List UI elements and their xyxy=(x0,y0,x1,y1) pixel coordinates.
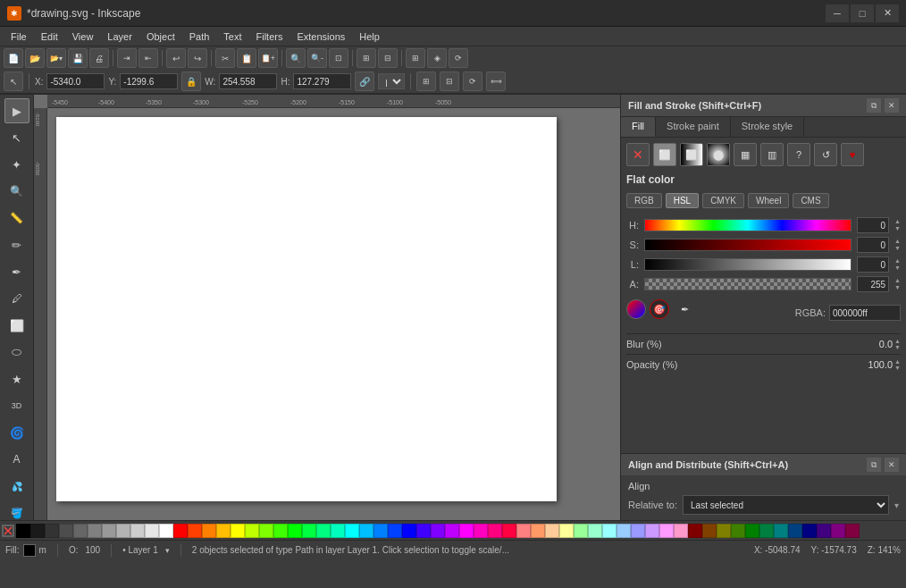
palette-swatch[interactable] xyxy=(188,524,202,538)
ellipse-tool[interactable]: ⬭ xyxy=(4,340,29,365)
lock-ratio-btn[interactable]: 🔗 xyxy=(355,71,374,91)
fill-unknown-btn[interactable]: ? xyxy=(787,143,810,166)
relative-select[interactable]: Last selected First selected Biggest obj… xyxy=(683,495,889,515)
print-button[interactable]: 🖨 xyxy=(89,48,109,68)
palette-swatch[interactable] xyxy=(259,524,273,538)
fill-tool[interactable]: 🪣 xyxy=(4,500,29,520)
tab-stroke-paint[interactable]: Stroke paint xyxy=(656,117,731,137)
pencil-tool[interactable]: ✏ xyxy=(4,232,29,257)
fill-flat-btn[interactable]: ⬜ xyxy=(653,143,676,166)
palette-swatch[interactable] xyxy=(102,524,116,538)
fill-unset-btn[interactable]: ↺ xyxy=(814,143,837,166)
maximize-button[interactable]: □ xyxy=(851,4,874,22)
h-input[interactable] xyxy=(293,73,351,89)
palette-swatch[interactable] xyxy=(30,524,45,538)
tab-stroke-style[interactable]: Stroke style xyxy=(731,117,804,137)
palette-swatch[interactable] xyxy=(545,524,559,538)
palette-swatch[interactable] xyxy=(159,524,173,538)
s-slider-track[interactable] xyxy=(644,239,851,251)
spiral-tool[interactable]: 🌀 xyxy=(4,420,29,445)
menu-help[interactable]: Help xyxy=(352,29,387,44)
palette-swatch[interactable] xyxy=(845,524,860,538)
palette-swatch[interactable] xyxy=(45,524,59,538)
palette-swatch[interactable] xyxy=(316,524,331,538)
a-arrows[interactable]: ▲▼ xyxy=(894,277,901,291)
blur-arrows[interactable]: ▲ ▼ xyxy=(894,338,901,350)
palette-swatch[interactable] xyxy=(459,524,474,538)
fill-none-btn[interactable]: ✕ xyxy=(626,143,650,166)
mode-hsl[interactable]: HSL xyxy=(666,193,699,208)
palette-swatch[interactable] xyxy=(173,524,188,538)
palette-swatch[interactable] xyxy=(516,524,531,538)
palette-swatch[interactable] xyxy=(73,524,88,538)
palette-swatch[interactable] xyxy=(445,524,459,538)
palette-swatch[interactable] xyxy=(759,524,774,538)
x-input[interactable] xyxy=(46,73,105,89)
new-button[interactable]: 📄 xyxy=(4,48,23,68)
fill-mesh-btn[interactable]: ▦ xyxy=(734,143,757,166)
align-float-btn[interactable]: ⧉ xyxy=(867,458,881,472)
panel-float-btn[interactable]: ⧉ xyxy=(867,98,881,113)
palette-swatch[interactable] xyxy=(731,524,745,538)
measure-tool[interactable]: 📏 xyxy=(4,206,29,231)
star-tool[interactable]: ★ xyxy=(4,366,29,391)
palette-swatch[interactable] xyxy=(359,524,373,538)
open-button[interactable]: 📂 xyxy=(25,48,45,68)
tweak-tool[interactable]: ✦ xyxy=(4,152,29,177)
rect-tool[interactable]: ⬜ xyxy=(4,313,29,338)
copy-button[interactable]: 📋 xyxy=(237,48,256,68)
menu-edit[interactable]: Edit xyxy=(34,29,65,44)
lock-btn[interactable]: 🔒 xyxy=(181,71,201,91)
canvas-scroll[interactable] xyxy=(47,108,620,520)
palette-swatch[interactable] xyxy=(588,524,602,538)
palette-swatch[interactable] xyxy=(202,524,216,538)
menu-filters[interactable]: Filters xyxy=(249,29,290,44)
palette-swatch[interactable] xyxy=(402,524,416,538)
pen-tool[interactable]: ✒ xyxy=(4,259,29,284)
zoom-tool[interactable]: 🔍 xyxy=(4,179,29,204)
palette-swatch[interactable] xyxy=(717,524,731,538)
align-close-btn[interactable]: ✕ xyxy=(885,458,899,472)
select-tool[interactable]: ▶ xyxy=(4,98,29,123)
zoom-in-button[interactable]: 🔍 xyxy=(286,48,306,68)
3d-tool[interactable]: 3D xyxy=(4,393,29,418)
palette-swatch[interactable] xyxy=(116,524,130,538)
group-button[interactable]: ⊞ xyxy=(357,48,376,68)
palette-swatch[interactable] xyxy=(488,524,502,538)
zoom-out-button[interactable]: 🔍- xyxy=(307,48,327,68)
h-slider-track[interactable] xyxy=(644,219,851,231)
minimize-button[interactable]: ─ xyxy=(826,4,849,22)
mode-wheel[interactable]: Wheel xyxy=(748,193,789,208)
undo-button[interactable]: ↩ xyxy=(166,48,186,68)
save-button[interactable]: 💾 xyxy=(68,48,88,68)
fill-pattern-btn[interactable]: ▥ xyxy=(760,143,784,166)
palette-swatch[interactable] xyxy=(774,524,788,538)
opacity-arrows[interactable]: ▲ ▼ xyxy=(894,358,901,371)
menu-layer[interactable]: Layer xyxy=(100,29,139,44)
menu-path[interactable]: Path xyxy=(182,29,217,44)
transform-button[interactable]: ⟳ xyxy=(449,48,468,68)
palette-swatch[interactable] xyxy=(631,524,645,538)
s-arrows[interactable]: ▲▼ xyxy=(894,238,901,252)
node-tool[interactable]: ↖ xyxy=(4,125,29,150)
selector-tool-btn[interactable]: ↖ xyxy=(4,71,23,91)
palette-swatch[interactable] xyxy=(231,524,245,538)
a-slider-track[interactable] xyxy=(644,278,851,290)
color-swatch-1[interactable] xyxy=(626,299,646,319)
transform-y-btn[interactable]: ⊟ xyxy=(440,71,459,91)
palette-swatch[interactable] xyxy=(617,524,631,538)
palette-swatch[interactable] xyxy=(688,524,702,538)
panel-close-btn[interactable]: ✕ xyxy=(885,98,899,113)
palette-swatch[interactable] xyxy=(431,524,445,538)
unit-select[interactable]: px xyxy=(378,73,405,89)
palette-swatch[interactable] xyxy=(602,524,617,538)
mode-cmyk[interactable]: CMYK xyxy=(702,193,744,208)
s-value[interactable] xyxy=(857,237,889,253)
export-button[interactable]: ⇤ xyxy=(138,48,158,68)
color-picker-btn[interactable]: ✒ xyxy=(673,298,696,321)
open-recent-button[interactable]: 📂▾ xyxy=(46,48,66,68)
palette-swatch[interactable] xyxy=(659,524,674,538)
cut-button[interactable]: ✂ xyxy=(215,48,235,68)
palette-swatch[interactable] xyxy=(802,524,817,538)
callig-tool[interactable]: 🖊 xyxy=(4,286,29,311)
